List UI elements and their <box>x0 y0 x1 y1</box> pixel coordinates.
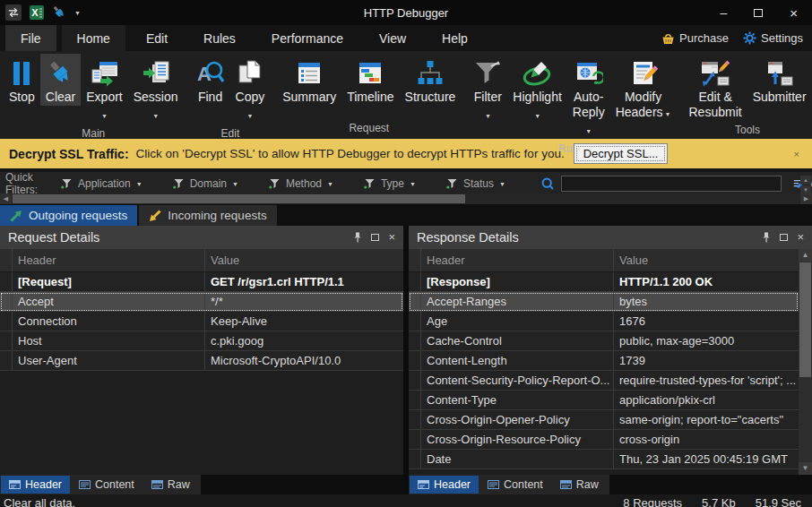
pin-icon[interactable] <box>353 232 362 243</box>
maximize-panel-icon[interactable] <box>780 234 788 241</box>
tab-header[interactable]: Header <box>1 476 70 494</box>
filter-type[interactable]: Type ▼ <box>364 177 416 190</box>
submitter-button[interactable]: Submitter <box>747 54 812 106</box>
table-row[interactable]: Accept-Rangesbytes <box>409 292 799 312</box>
settings-button[interactable]: Settings <box>743 31 803 45</box>
table-row[interactable]: ConnectionKeep-Alive <box>0 312 403 331</box>
tab-file[interactable]: File <box>5 25 56 51</box>
table-row[interactable]: Content-Length1739 <box>409 351 799 371</box>
modify-headers-label-line2: Headers▼ <box>616 105 671 122</box>
filter-domain[interactable]: Domain ▼ <box>173 177 238 190</box>
summary-button[interactable]: Summary <box>277 54 341 106</box>
tab-help[interactable]: Help <box>427 25 483 51</box>
highlight-label: Highlight <box>513 90 561 105</box>
structure-button[interactable]: Structure <box>400 54 462 106</box>
funnel-icon <box>364 178 376 189</box>
table-row[interactable]: Cross-Origin-Opener-Policysame-origin; r… <box>409 410 799 430</box>
pin-icon[interactable] <box>762 232 771 243</box>
scroll-right-icon[interactable]: ▶ <box>800 193 812 204</box>
filter-application[interactable]: Application ▼ <box>61 177 143 190</box>
scroll-up-icon[interactable]: ▲ <box>800 176 811 185</box>
scroll-down-icon[interactable]: ▼ <box>800 185 811 193</box>
grid-vertical-scrollbar[interactable]: ▲ ▼ <box>800 176 811 193</box>
tab-performance[interactable]: Performance <box>256 25 358 51</box>
header-cell: Cross-Origin-Opener-Policy <box>421 410 614 429</box>
clear-button[interactable]: Clear <box>40 54 81 106</box>
auto-reply-button[interactable]: Auto-Reply ▼ <box>567 54 610 140</box>
tab-raw[interactable]: Raw <box>552 476 607 494</box>
tab-edit[interactable]: Edit <box>131 25 183 51</box>
table-row[interactable]: Age1676 <box>409 312 799 331</box>
table-row[interactable]: Content-Security-Policy-Report-O...requi… <box>409 371 799 391</box>
chevron-down-icon: ▼ <box>665 111 671 117</box>
scroll-up-icon[interactable]: ▲ <box>799 249 812 262</box>
column-headers: Header Value <box>0 249 403 272</box>
response-vertical-scrollbar[interactable]: ▲ ▼ <box>799 249 812 475</box>
scroll-left-icon[interactable]: ◀ <box>0 193 12 204</box>
swap-arrows-icon[interactable] <box>5 4 22 21</box>
table-row[interactable]: DateThu, 23 Jan 2025 00:45:19 GMT <box>409 450 799 469</box>
timeline-label: Timeline <box>347 90 393 105</box>
stop-button[interactable]: Stop <box>4 54 40 106</box>
close-panel-icon[interactable]: × <box>797 233 804 242</box>
group-label-tools: Tools <box>684 121 812 141</box>
table-row[interactable]: Cache-Controlpublic, max-age=3000 <box>409 331 799 351</box>
filter-method[interactable]: Method ▼ <box>269 177 333 190</box>
response-details-panel: Response Details × Header Value [Respons… <box>409 226 812 494</box>
export-button[interactable]: Export ▼ <box>81 54 127 125</box>
tab-rules[interactable]: Rules <box>188 25 251 51</box>
quick-access-dropdown-icon[interactable]: ▼ <box>74 10 81 16</box>
purchase-button[interactable]: Purchase <box>661 31 729 45</box>
row-gutter <box>409 351 421 370</box>
table-row[interactable]: Content-Typeapplication/pkix-crl <box>409 391 799 410</box>
scrollbar-thumb[interactable] <box>13 194 465 203</box>
clear-brush-icon[interactable] <box>52 5 66 20</box>
tab-content[interactable]: Content <box>71 476 143 494</box>
tab-outgoing-requests[interactable]: Outgoing requests <box>0 205 137 226</box>
search-input[interactable] <box>561 176 782 192</box>
table-row[interactable]: Cross-Origin-Resource-Policycross-origin <box>409 430 799 450</box>
edit-resubmit-button[interactable]: Edit & Resubmit <box>684 54 747 121</box>
minimize-button[interactable]: – <box>720 8 727 17</box>
header-tab-icon <box>418 480 429 489</box>
ribbon-group-edit: A Find Copy ▼ Edit <box>191 54 271 139</box>
table-row[interactable]: User-AgentMicrosoft-CryptoAPI/10.0 <box>0 351 403 371</box>
scrollbar-thumb[interactable] <box>799 262 811 377</box>
tab-header[interactable]: Header <box>410 476 479 494</box>
header-cell: Accept-Ranges <box>421 292 614 311</box>
decrypt-ssl-button[interactable]: Decrypt SSL... <box>574 143 669 164</box>
session-button[interactable]: Session ▼ <box>128 54 184 125</box>
table-row[interactable]: [Response]HTTP/1.1 200 OK <box>409 272 799 292</box>
close-panel-icon[interactable]: × <box>388 233 395 242</box>
ribbon-group-main: Stop Clear Export ▼ <box>4 54 184 139</box>
filter-status[interactable]: Status ▼ <box>446 177 505 190</box>
tab-incoming-requests[interactable]: Incoming requests <box>139 205 276 226</box>
tab-raw[interactable]: Raw <box>143 476 198 494</box>
excel-export-icon[interactable]: X <box>30 5 44 20</box>
panel-title-bar: Request Details × <box>0 226 403 249</box>
find-icon: A <box>196 57 225 90</box>
search-icon <box>541 177 554 190</box>
copy-button[interactable]: Copy ▼ <box>230 54 271 125</box>
find-label: Find <box>198 90 222 105</box>
filter-label: Domain <box>190 177 227 190</box>
timeline-button[interactable]: Timeline <box>341 54 399 106</box>
table-row[interactable]: Accept*/* <box>0 292 403 312</box>
grid-horizontal-scrollbar[interactable]: ◀ ▶ <box>0 193 812 204</box>
scroll-down-icon[interactable]: ▼ <box>799 462 812 475</box>
tab-view[interactable]: View <box>364 25 421 51</box>
table-row[interactable]: Hostc.pki.goog <box>0 331 403 351</box>
banner-close-icon[interactable]: × <box>790 149 803 159</box>
table-row[interactable]: [Request]GET /r/gsr1.crl HTTP/1.1 <box>0 272 403 292</box>
modify-headers-button[interactable]: Modify Headers▼ <box>610 54 677 123</box>
find-button[interactable]: A Find <box>191 54 230 106</box>
raw-tab-icon <box>560 480 572 489</box>
highlight-button[interactable]: Highlight ▼ <box>507 54 566 125</box>
filter-button[interactable]: Filter ▼ <box>468 54 507 125</box>
tab-home[interactable]: Home <box>62 25 125 51</box>
submitter-icon <box>764 57 795 90</box>
close-button[interactable]: × <box>790 5 798 21</box>
tab-content[interactable]: Content <box>479 476 551 494</box>
maximize-panel-icon[interactable] <box>371 234 379 241</box>
maximize-button[interactable] <box>754 9 763 17</box>
